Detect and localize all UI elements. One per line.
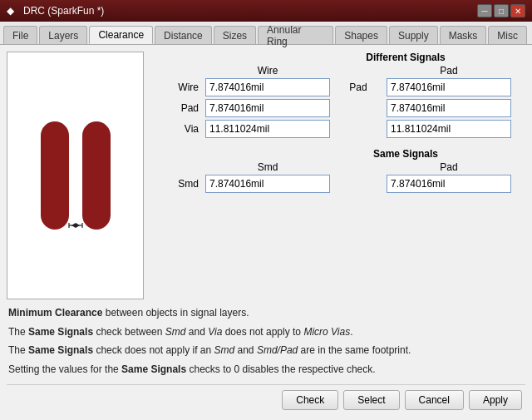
info-line2: The Same Signals check between Smd and V… [8,324,524,340]
svg-marker-6 [76,223,80,228]
pad-col-header2: Pad [333,82,383,93]
smd-pad-input[interactable] [387,175,511,193]
maximize-button[interactable]: □ [494,4,509,17]
svg-rect-1 [82,121,111,230]
window-title: DRC (SparkFun *) [23,5,104,17]
top-section: Different Signals Wire Pad Via Wire Pad [7,52,525,299]
info-section: Minimum Clearance between objects in sig… [7,299,525,384]
pad-col-header: Pad [387,65,511,77]
wire-col-header: Wire [205,65,330,77]
tab-layers[interactable]: Layers [39,26,87,44]
tab-distance[interactable]: Distance [155,26,212,44]
select-button[interactable]: Select [343,390,399,410]
different-signals-title: Different Signals [152,52,532,63]
same-signals-section: Same Signals Smd Pad Via Smd [152,148,532,193]
title-bar: ◆ DRC (SparkFun *) ─ □ ✕ [0,0,532,22]
tab-annular-ring[interactable]: Annular Ring [258,26,333,44]
info-line4: Setting the values for the Same Signals … [8,361,524,378]
tab-masks[interactable]: Masks [440,26,487,44]
minimize-button[interactable]: ─ [477,4,492,17]
smd-pad-col-header: Pad [387,161,511,173]
tab-misc[interactable]: Misc [488,26,527,44]
wire-pad-input[interactable] [387,78,511,96]
bottom-bar: Check Select Cancel Apply [7,384,525,413]
tab-clearance[interactable]: Clearance [89,26,153,44]
tab-supply[interactable]: Supply [389,26,438,44]
tab-file[interactable]: File [3,26,37,44]
via-col-header2: Via [515,82,532,93]
app-icon: ◆ [7,5,18,17]
pad-wire-input[interactable] [205,99,330,117]
wire-row-label: Wire [152,82,202,93]
smd-row-label: Smd [152,178,202,190]
main-content: Different Signals Wire Pad Via Wire Pad [0,45,532,420]
preview-box [7,52,144,299]
smd-col-header: Smd [205,161,330,173]
tab-bar: File Layers Clearance Distance Sizes Ann… [0,22,532,45]
info-line1: Minimum Clearance between objects in sig… [8,304,524,321]
svg-rect-0 [41,121,69,230]
cancel-button[interactable]: Cancel [405,390,464,410]
tab-shapes[interactable]: Shapes [335,26,387,44]
via-pad-input[interactable] [387,120,511,138]
check-button[interactable]: Check [282,390,338,410]
different-signals-section: Different Signals Wire Pad Via Wire Pad [152,52,532,143]
apply-button[interactable]: Apply [469,390,522,410]
tab-sizes[interactable]: Sizes [214,26,256,44]
smd-smd-input[interactable] [205,175,330,193]
settings-panel: Different Signals Wire Pad Via Wire Pad [152,52,532,299]
via-row-label: Via [152,123,202,135]
info-line3: The Same Signals check does not apply if… [8,342,524,358]
pad-row-label: Pad [152,102,202,114]
pad-pad-input[interactable] [387,99,511,117]
wire-wire-input[interactable] [205,78,330,96]
same-signals-title: Same Signals [152,148,532,160]
close-button[interactable]: ✕ [510,4,525,17]
svg-marker-5 [71,223,76,228]
window-controls: ─ □ ✕ [477,4,525,17]
via-wire-input[interactable] [205,120,330,138]
clearance-preview [17,96,134,254]
